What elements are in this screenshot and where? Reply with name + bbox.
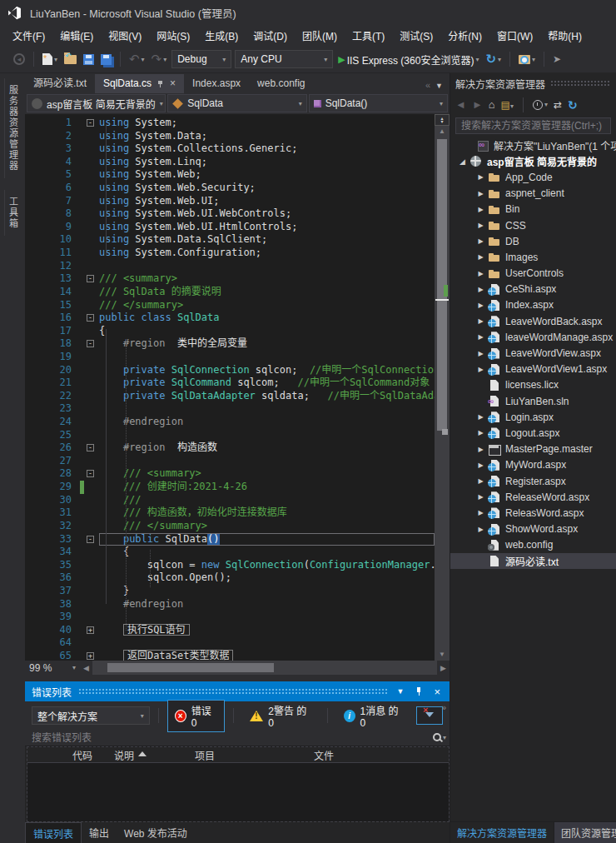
close-icon[interactable]: × (170, 79, 176, 87)
outline-margin[interactable] (84, 168, 99, 182)
outline-margin[interactable] (84, 351, 99, 364)
collapse-region-icon[interactable]: - (87, 444, 94, 451)
editor-vertical-scrollbar[interactable]: ▴▾ ▲ ▼ (435, 114, 450, 661)
clear-filter-button[interactable] (416, 706, 443, 725)
code-line[interactable]: 32 /// </summary> (25, 520, 435, 533)
errors-filter-button[interactable]: × 错误 0 (167, 700, 226, 732)
outline-margin[interactable] (84, 571, 99, 585)
collapsed-arrow-icon[interactable]: ▶ (474, 429, 488, 436)
outline-margin[interactable]: - (84, 467, 99, 481)
outline-margin[interactable]: - (84, 337, 99, 351)
find-in-files-button[interactable]: ▾ (517, 53, 537, 66)
outline-margin[interactable]: + (84, 624, 99, 637)
expand-region-icon[interactable]: + (87, 652, 94, 660)
solution-platform-dropdown[interactable]: Any CPU▾ (235, 50, 333, 68)
tree-item[interactable]: ◢asp留言板 简易无背景的 (450, 153, 616, 169)
code-line[interactable]: 35 sqlcon = new SqlConnection(Configurat… (25, 559, 435, 572)
tree-item[interactable]: ▶MasterPage.master (450, 441, 616, 457)
member-dropdown[interactable]: SqlData() ▾ (309, 94, 448, 112)
menu-item[interactable]: 窗口(W) (489, 26, 540, 45)
code-line[interactable]: 7using System.Web.UI; (25, 195, 435, 208)
collapsed-arrow-icon[interactable]: ▶ (474, 302, 488, 309)
code-line[interactable]: 13-/// <summary> (25, 272, 435, 286)
outline-margin[interactable] (84, 481, 99, 494)
code-line[interactable]: 16-public class SqlData (25, 312, 435, 325)
outline-margin[interactable]: - (84, 312, 99, 325)
outline-margin[interactable] (84, 402, 99, 416)
undo-button[interactable]: ↶▾ (127, 50, 147, 68)
scroll-right-arrow-icon[interactable]: ▶ (437, 664, 450, 672)
menu-item[interactable]: 调试(D) (246, 26, 295, 45)
tree-item[interactable]: LiuYanBen.sln (450, 393, 616, 409)
refresh-browser-button[interactable]: ↻▾ (484, 50, 503, 68)
code-line[interactable]: 6using System.Web.Security; (25, 182, 435, 195)
collapse-region-icon[interactable]: - (87, 536, 94, 543)
project-column-header[interactable]: 项目 (191, 748, 310, 762)
code-line[interactable]: 30 /// (25, 494, 435, 507)
outline-margin[interactable] (84, 506, 99, 520)
code-line[interactable]: 40+ 执行SQL语句 (25, 624, 435, 637)
collapsed-arrow-icon[interactable]: ▶ (474, 222, 488, 229)
tree-item[interactable]: ▶ShowWord.aspx (450, 521, 616, 537)
select-element-button[interactable]: ➤ (551, 52, 563, 67)
collapsed-arrow-icon[interactable]: ▶ (474, 446, 488, 453)
navigate-back-button[interactable]: ◂ (12, 52, 27, 67)
code-line[interactable]: 2using System.Data; (25, 130, 435, 143)
outline-margin[interactable] (84, 364, 99, 377)
menu-item[interactable]: 文件(F) (5, 26, 52, 45)
outline-margin[interactable]: - (84, 533, 99, 546)
refresh-icon[interactable]: ↻ (568, 98, 578, 112)
collapse-all-button[interactable]: ▤▾ (501, 99, 514, 111)
collapsed-region-label[interactable]: 返回DataSet类型数据 (123, 650, 234, 661)
code-line[interactable]: 21 private SqlCommand sqlcom; //申明一个SqlC… (25, 377, 435, 390)
code-line[interactable]: 8using System.Web.UI.WebControls; (25, 207, 435, 221)
open-file-button[interactable] (62, 53, 78, 66)
code-line[interactable]: 37 } (25, 585, 435, 598)
collapse-region-icon[interactable]: - (87, 275, 94, 282)
home-icon[interactable]: ⌂ (489, 98, 495, 111)
code-column-header[interactable]: 代码 (69, 748, 111, 762)
code-line[interactable]: 34 { (25, 546, 435, 559)
code-line[interactable]: 39 (25, 611, 435, 624)
error-scope-dropdown[interactable]: 整个解决方案 ▾ (32, 706, 150, 725)
tree-item[interactable]: ▶Login.aspx (450, 409, 616, 425)
outline-margin[interactable] (84, 142, 99, 156)
outline-margin[interactable] (84, 585, 99, 598)
outline-margin[interactable] (84, 520, 99, 533)
expand-region-icon[interactable]: + (87, 626, 94, 634)
redo-button[interactable]: ↷▾ (150, 50, 169, 68)
outline-margin[interactable] (84, 598, 99, 611)
code-line[interactable]: 12 (25, 260, 435, 273)
outline-margin[interactable] (84, 416, 99, 429)
collapsed-arrow-icon[interactable]: ▶ (474, 413, 488, 421)
collapsed-arrow-icon[interactable]: ▶ (474, 206, 488, 213)
tree-item[interactable]: ▶LeaveWordView1.aspx (450, 362, 616, 377)
code-line[interactable]: 5using System.Web; (25, 168, 435, 182)
zoom-level-dropdown[interactable]: 99 % ▾ (25, 661, 80, 675)
severity-column-header[interactable] (51, 749, 69, 761)
menu-item[interactable]: 团队(M) (295, 26, 345, 45)
tree-item[interactable]: ▶aspnet_client (450, 186, 616, 202)
tree-item[interactable]: web.config (450, 537, 616, 553)
outline-margin[interactable]: - (84, 117, 99, 130)
start-debugging-button[interactable]: ▶IIS Express (360安全浏览器)▾ (336, 51, 480, 68)
code-line[interactable]: 14/// SqlData 的摘要说明 (25, 286, 435, 299)
panel-tab[interactable]: 解决方案资源管理器 (450, 822, 554, 843)
code-line[interactable]: 38 #endregion (25, 598, 435, 611)
menu-item[interactable]: 生成(B) (197, 26, 246, 45)
menu-item[interactable]: 分析(N) (440, 26, 489, 45)
document-tab[interactable]: web.config (249, 74, 313, 93)
outline-margin[interactable] (84, 260, 99, 273)
collapsed-arrow-icon[interactable]: ▶ (474, 366, 488, 373)
split-editor-handle[interactable]: ▴▾ (435, 114, 450, 126)
collapsed-arrow-icon[interactable]: ▶ (474, 333, 488, 341)
outline-margin[interactable] (84, 286, 99, 299)
code-line[interactable]: 27 (25, 455, 435, 468)
solution-configuration-dropdown[interactable]: Debug▾ (171, 50, 231, 68)
collapsed-arrow-icon[interactable]: ▶ (474, 253, 488, 261)
collapsed-arrow-icon[interactable]: ▶ (474, 477, 488, 485)
type-dropdown[interactable]: SqlData ▾ (167, 94, 306, 112)
menu-item[interactable]: 工具(T) (345, 26, 392, 45)
save-button[interactable] (82, 52, 96, 67)
tree-item[interactable]: ▶Logout.aspx (450, 425, 616, 441)
